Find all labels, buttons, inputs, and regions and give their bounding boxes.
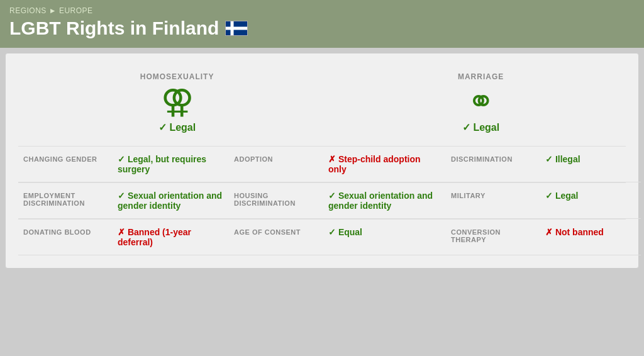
table-row: EMPLOYMENT DISCRIMINATION ✓ Sexual orien… — [18, 183, 626, 220]
homosexuality-label: HOMOSEXUALITY — [140, 72, 214, 81]
marriage-label: MARRIAGE — [458, 72, 504, 81]
adoption-value: ✗ Step-child adoption only — [323, 147, 446, 182]
table-row: CHANGING GENDER ✓ Legal, but requires su… — [18, 147, 626, 183]
marriage-card: MARRIAGE ⚭ ✓ Legal — [458, 72, 504, 133]
homosexuality-card: HOMOSEXUALITY ⚢ ✓ Legal — [140, 72, 214, 133]
breadcrumb-region: EUROPE — [59, 6, 93, 15]
employment-discrimination-label: EMPLOYMENT DISCRIMINATION — [18, 183, 113, 219]
marriage-status: ✓ Legal — [462, 121, 499, 133]
age-of-consent-value: ✓ Equal — [323, 220, 446, 255]
changing-gender-value: ✓ Legal, but requires surgery — [113, 147, 229, 182]
double-female-icon: ⚢ — [161, 85, 194, 118]
donating-blood-value: ✗ Banned (1-year deferral) — [113, 220, 229, 255]
employment-discrimination-value: ✓ Sexual orientation and gender identity — [113, 183, 229, 219]
page-header: REGIONS ► EUROPE LGBT Rights in Finland — [0, 0, 644, 48]
top-cards-section: HOMOSEXUALITY ⚢ ✓ Legal MARRIAGE ⚭ ✓ Leg… — [18, 66, 626, 147]
breadcrumb: REGIONS ► EUROPE — [9, 6, 635, 15]
military-label: MILITARY — [446, 183, 540, 219]
housing-discrimination-label: HOUSING DISCRIMINATION — [229, 183, 323, 219]
page-title-text: LGBT Rights in Finland — [9, 18, 219, 39]
conversion-therapy-value: ✗ Not banned — [540, 220, 641, 255]
grid-table: CHANGING GENDER ✓ Legal, but requires su… — [18, 147, 626, 255]
homosexuality-status: ✓ Legal — [158, 121, 196, 133]
breadcrumb-regions: REGIONS — [9, 6, 47, 15]
finland-flag-icon — [225, 21, 248, 36]
military-value: ✓ Legal — [540, 183, 641, 219]
age-of-consent-label: AGE OF CONSENT — [229, 220, 323, 255]
discrimination-value: ✓ Illegal — [540, 147, 641, 182]
table-row: DONATING BLOOD ✗ Banned (1-year deferral… — [18, 220, 626, 255]
double-ring-icon: ⚭ — [467, 85, 495, 118]
housing-discrimination-value: ✓ Sexual orientation and gender identity — [323, 183, 446, 219]
donating-blood-label: DONATING BLOOD — [18, 220, 113, 255]
conversion-therapy-label: CONVERSION THERAPY — [446, 220, 540, 255]
discrimination-label: DISCRIMINATION — [446, 147, 540, 182]
changing-gender-label: CHANGING GENDER — [18, 147, 113, 182]
main-content: HOMOSEXUALITY ⚢ ✓ Legal MARRIAGE ⚭ ✓ Leg… — [5, 53, 639, 269]
breadcrumb-arrow: ► — [49, 6, 57, 15]
adoption-label: ADOPTION — [229, 147, 323, 182]
page-title: LGBT Rights in Finland — [9, 18, 635, 39]
